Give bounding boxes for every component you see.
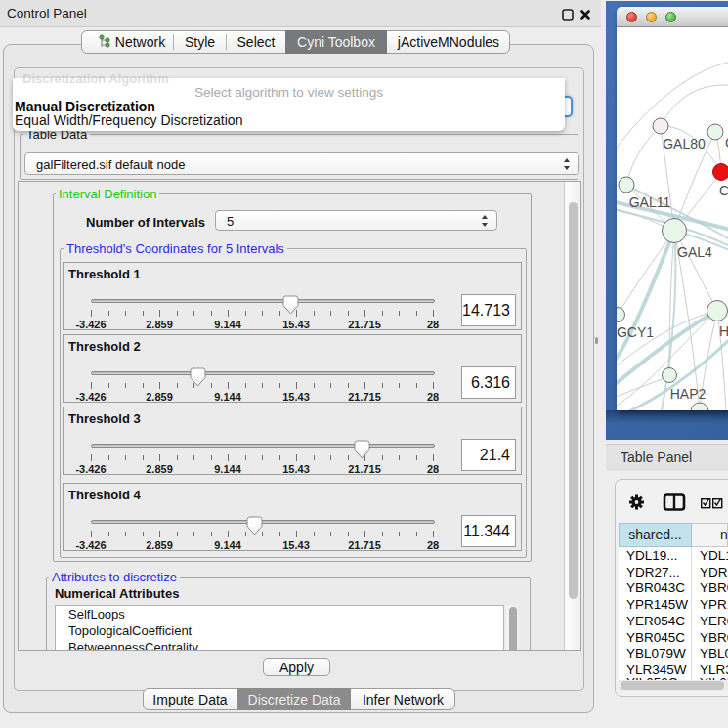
svg-text:HAP2: HAP2 xyxy=(670,386,707,402)
svg-text:GAL80: GAL80 xyxy=(663,136,706,151)
svg-text:HA: HA xyxy=(719,323,728,339)
svg-text:GAL11: GAL11 xyxy=(629,194,671,210)
svg-text:GAL4: GAL4 xyxy=(677,244,712,260)
svg-text:CD: CD xyxy=(719,183,728,198)
svg-text:GCY1: GCY1 xyxy=(617,324,654,340)
